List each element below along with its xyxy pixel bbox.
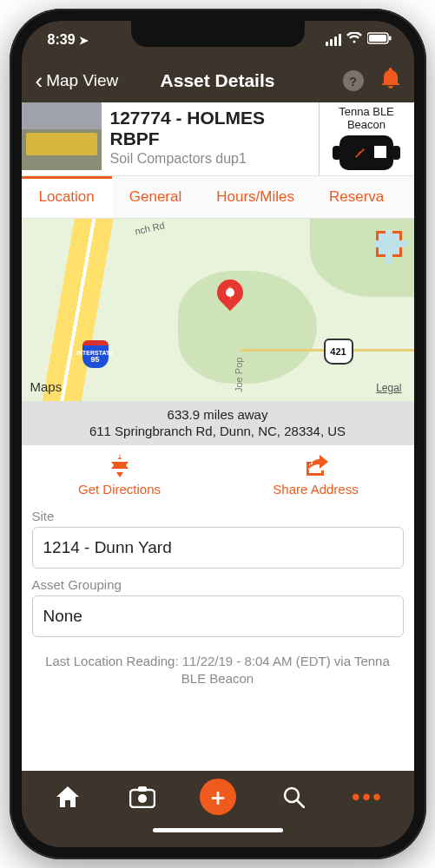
maps-legal-link[interactable]: Legal [376,382,401,394]
wifi-icon [346,32,362,48]
home-tab[interactable] [50,786,85,807]
bottom-tab-bar: ＋ ••• [22,771,414,823]
asset-header: 127774 - HOLMES RBPF Soil Compactors dup… [22,102,414,175]
get-directions-button[interactable]: Get Directions [22,454,218,496]
device-notch [131,21,305,47]
expand-map-button[interactable] [376,231,402,257]
address-text: 611 Springbranch Rd, Dunn, NC, 28334, US [30,423,405,440]
tab-hours-miles[interactable]: Hours/Miles [199,176,312,218]
location-services-icon: ➤ [79,34,89,47]
asset-grouping-label: Asset Grouping [32,577,404,592]
chevron-left-icon: ‹ [36,69,43,92]
map-road-label-2: Joe Pop [234,358,244,392]
asset-category: Soil Compactors dup1 [110,151,310,167]
map-road-label: nch Rd [134,220,166,236]
tab-reservations[interactable]: Reserva [312,176,401,218]
plus-icon: ＋ [207,782,229,812]
site-field-group: Site 1214 - Dunn Yard [22,509,414,577]
nav-bar: ‹ Map View Asset Details ? [22,59,414,102]
asset-grouping-field-group: Asset Grouping None [22,577,414,646]
more-tab[interactable]: ••• [351,784,386,811]
add-button[interactable]: ＋ [200,779,236,815]
asset-title: 127774 - HOLMES RBPF [110,108,310,149]
svg-rect-1 [369,35,386,42]
asset-grouping-input[interactable]: None [32,595,404,637]
battery-icon [367,32,392,48]
location-summary: 633.9 miles away 611 Springbranch Rd, Du… [22,401,414,445]
phone-screen: 8:39 ➤ ‹ Map View Asset Details ? [22,21,414,847]
svg-line-7 [297,800,304,807]
svg-rect-5 [138,786,147,792]
location-actions: Get Directions Share Address [22,445,414,509]
distance-text: 633.9 miles away [30,406,405,424]
tab-general[interactable]: General [112,176,199,218]
tracker-label: Tenna BLE Beacon [325,106,409,132]
help-button[interactable]: ? [343,70,364,91]
site-input[interactable]: 1214 - Dunn Yard [32,527,404,569]
map-view[interactable]: nch Rd INTERSTATE95 421 📍 Maps Legal Joe… [22,219,414,401]
svg-point-4 [138,794,147,803]
tracker-device-icon: ⟋ [339,135,393,170]
share-address-button[interactable]: Share Address [218,454,414,496]
directions-icon [108,454,132,478]
camera-tab[interactable] [125,786,160,808]
page-title: Asset Details [161,70,275,91]
home-indicator-area [22,823,414,847]
us-421-shield-icon: 421 [324,339,353,365]
tab-bar: Location General Hours/Miles Reserva [22,175,414,219]
svg-rect-2 [389,36,392,41]
content-area: 127774 - HOLMES RBPF Soil Compactors dup… [22,102,414,771]
back-button[interactable]: ‹ Map View [36,69,119,92]
back-label: Map View [46,71,118,90]
phone-frame: 8:39 ➤ ‹ Map View Asset Details ? [10,9,426,859]
tab-location[interactable]: Location [22,176,112,218]
interstate-95-shield-icon: INTERSTATE95 [82,340,109,368]
tracker-info[interactable]: Tenna BLE Beacon ⟋ [319,102,414,175]
notifications-button[interactable] [381,68,400,94]
share-address-label: Share Address [273,482,358,496]
search-tab[interactable] [276,786,311,808]
site-label: Site [32,509,404,523]
cellular-signal-icon [326,34,341,46]
share-icon [304,454,328,478]
status-time: 8:39 [48,32,76,48]
maps-provider-label: Maps [30,379,63,394]
asset-thumbnail[interactable] [22,102,102,170]
last-location-reading: Last Location Reading: 11/22/19 - 8:04 A… [22,646,414,697]
home-indicator[interactable] [153,828,283,832]
get-directions-label: Get Directions [78,482,161,496]
